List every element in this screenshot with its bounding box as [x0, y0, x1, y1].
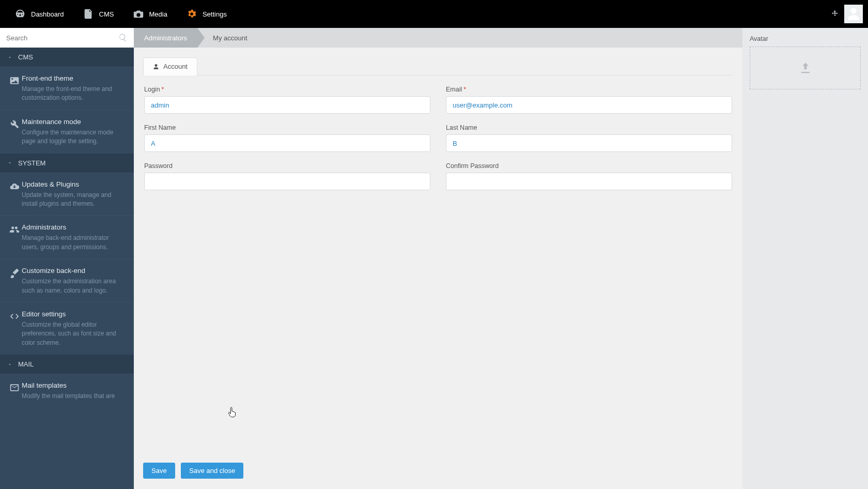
- sidebar-item-desc: Modify the mail templates that are: [22, 392, 127, 401]
- right-panel: Avatar: [742, 28, 868, 489]
- breadcrumb-my-account: My account: [197, 28, 257, 48]
- save-button[interactable]: Save: [143, 463, 175, 479]
- section-label: CMS: [18, 53, 33, 61]
- button-bar: Save Save and close: [134, 455, 742, 489]
- nav-cms[interactable]: CMS: [73, 0, 123, 28]
- input-email[interactable]: [446, 96, 732, 114]
- breadcrumb-administrators[interactable]: Administrators: [134, 28, 197, 48]
- sidebar-search: [0, 28, 134, 48]
- sidebar-item-frontend-theme[interactable]: Front-end theme Manage the front-end the…: [0, 67, 134, 110]
- search-input[interactable]: [6, 34, 118, 42]
- sidebar-item-title: Maintenance mode: [22, 118, 127, 126]
- nav-settings[interactable]: Settings: [177, 0, 236, 28]
- user-icon: [153, 64, 159, 70]
- sidebar-item-desc: Update the system, manage and install pl…: [22, 191, 127, 209]
- sidebar-item-maintenance[interactable]: Maintenance mode Configure the maintenan…: [0, 110, 134, 154]
- avatar-upload[interactable]: [750, 47, 861, 89]
- nav-label: Media: [149, 10, 167, 18]
- nav-dashboard[interactable]: Dashboard: [5, 0, 73, 28]
- search-icon[interactable]: [118, 33, 128, 42]
- sidebar-section-cms[interactable]: CMS: [0, 48, 134, 67]
- sidebar-item-title: Front-end theme: [22, 74, 127, 82]
- label-login: Login*: [144, 86, 430, 93]
- input-last-name[interactable]: [446, 134, 732, 152]
- tab-label: Account: [163, 63, 188, 70]
- input-password[interactable]: [144, 173, 430, 190]
- sidebar-item-title: Customize back-end: [22, 267, 127, 274]
- sidebar-item-desc: Customize the administration area such a…: [22, 277, 127, 295]
- move-icon[interactable]: [831, 10, 839, 18]
- label-email: Email*: [446, 86, 732, 93]
- nav-media[interactable]: Media: [123, 0, 177, 28]
- nav-label: Settings: [203, 10, 227, 18]
- pages-icon: [83, 8, 94, 20]
- users-icon: [7, 224, 22, 252]
- sidebar-item-title: Editor settings: [22, 310, 127, 318]
- sidebar-section-system[interactable]: SYSTEM: [0, 154, 134, 173]
- sidebar-item-desc: Manage the front-end theme and customiza…: [22, 85, 127, 103]
- sidebar-item-desc: Manage back-end administrator users, gro…: [22, 234, 127, 252]
- input-confirm-password[interactable]: [446, 173, 732, 190]
- paintbrush-icon: [7, 268, 22, 295]
- top-nav: Dashboard CMS Media Settings: [0, 0, 868, 28]
- label-confirm-password: Confirm Password: [446, 162, 732, 170]
- sidebar-item-updates[interactable]: Updates & Plugins Update the system, man…: [0, 173, 134, 216]
- avatar-label: Avatar: [750, 35, 861, 42]
- user-avatar[interactable]: [844, 5, 863, 23]
- sidebar-item-customize-backend[interactable]: Customize back-end Customize the adminis…: [0, 259, 134, 302]
- gears-icon: [186, 8, 197, 20]
- envelope-icon: [7, 383, 22, 401]
- label-password: Password: [144, 162, 430, 170]
- label-first-name: First Name: [144, 124, 430, 131]
- sidebar-section-mail[interactable]: MAIL: [0, 355, 134, 374]
- sidebar-item-mail-templates[interactable]: Mail templates Modify the mail templates…: [0, 374, 134, 408]
- breadcrumb: Administrators My account: [134, 28, 742, 48]
- sidebar-item-desc: Customize the global editor preferences,…: [22, 320, 127, 347]
- image-icon: [7, 75, 22, 103]
- section-label: SYSTEM: [18, 159, 45, 167]
- upload-icon: [798, 61, 813, 75]
- nav-label: Dashboard: [31, 10, 64, 18]
- input-login[interactable]: [144, 96, 430, 114]
- sidebar-item-title: Updates & Plugins: [22, 180, 127, 188]
- tab-account[interactable]: Account: [143, 57, 197, 75]
- sidebar-item-title: Mail templates: [22, 381, 127, 389]
- code-icon: [7, 311, 22, 347]
- gauge-icon: [14, 8, 26, 20]
- cloud-download-icon: [7, 181, 22, 209]
- sidebar-item-editor-settings[interactable]: Editor settings Customize the global edi…: [0, 302, 134, 355]
- nav-label: CMS: [99, 10, 114, 18]
- wrench-icon: [7, 119, 22, 146]
- input-first-name[interactable]: [144, 134, 430, 152]
- section-label: MAIL: [18, 360, 34, 368]
- chevron-down-icon: [7, 160, 12, 165]
- camera-icon: [133, 8, 144, 20]
- save-and-close-button[interactable]: Save and close: [181, 463, 243, 479]
- chevron-down-icon: [7, 362, 12, 367]
- sidebar-item-title: Administrators: [22, 223, 127, 231]
- sidebar-item-desc: Configure the maintenance mode page and …: [22, 128, 127, 146]
- chevron-down-icon: [7, 55, 12, 60]
- label-last-name: Last Name: [446, 124, 732, 131]
- sidebar: CMS Front-end theme Manage the front-end…: [0, 28, 134, 489]
- sidebar-item-administrators[interactable]: Administrators Manage back-end administr…: [0, 216, 134, 259]
